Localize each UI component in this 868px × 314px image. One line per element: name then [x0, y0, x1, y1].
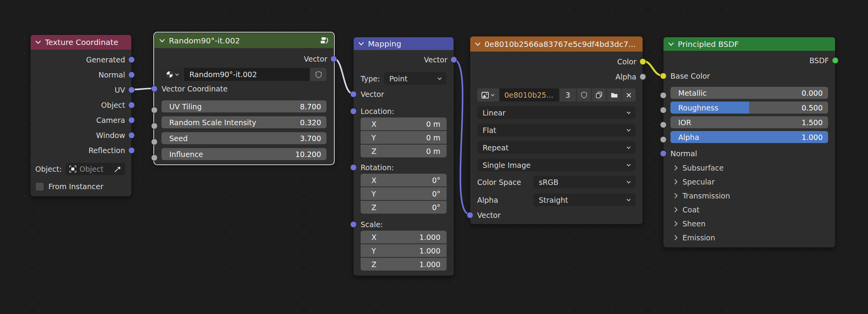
eyedropper-icon[interactable]: [114, 166, 121, 173]
socket-camera-output[interactable]: [128, 117, 135, 123]
fake-user-shield-button[interactable]: [577, 88, 591, 102]
rotation-x-field[interactable]: X0°: [361, 174, 447, 186]
output-row: Window: [31, 128, 131, 143]
chevron-down-icon: [491, 94, 495, 97]
socket-vector-coordinate-input[interactable]: [151, 86, 158, 92]
influence-slider[interactable]: Influence 10.200: [162, 148, 327, 160]
color-space-dropdown[interactable]: sRGB: [533, 176, 636, 188]
socket-uv-tiling-input[interactable]: [151, 107, 158, 114]
socket-object-output[interactable]: [128, 102, 135, 108]
node-editor-canvas[interactable]: Texture Coordinate Generated Normal UV O…: [0, 0, 868, 314]
socket-alpha-input[interactable]: [660, 136, 667, 143]
collapse-chevron-icon[interactable]: [475, 42, 481, 46]
location-xyz-stack: X0 m Y0 m Z0 m: [361, 117, 447, 157]
node-principled-bsdf[interactable]: Principled BSDF BSDF Base Color Metallic…: [663, 37, 835, 248]
socket-seed-input[interactable]: [151, 139, 158, 145]
nodetree-name-field[interactable]: Random90°-it.002: [184, 68, 309, 81]
section-coat[interactable]: Coat: [663, 203, 835, 217]
alpha-slider[interactable]: Alpha 1.000: [670, 131, 828, 143]
socket-uv-output[interactable]: [128, 86, 135, 93]
collapse-chevron-icon[interactable]: [358, 42, 364, 46]
image-icon: [481, 92, 489, 98]
location-x-field[interactable]: X0 m: [361, 117, 447, 130]
seed-slider[interactable]: Seed 3.700: [162, 132, 327, 144]
fake-user-shield-button[interactable]: [310, 68, 327, 81]
shield-icon: [581, 91, 587, 98]
from-instancer-checkbox[interactable]: [35, 182, 44, 191]
socket-vector-input[interactable]: [467, 212, 473, 218]
ior-slider[interactable]: IOR 1.500: [670, 116, 828, 128]
section-subsurface[interactable]: Subsurface: [663, 161, 835, 175]
image-users-count-button[interactable]: 3: [560, 88, 576, 102]
rotation-xyz-stack: X0° Y0° Z0°: [361, 174, 447, 214]
scale-y-field[interactable]: Y1.000: [361, 244, 447, 257]
output-row: Generated: [31, 52, 131, 67]
output-row: Color: [470, 54, 643, 69]
socket-base-color-input[interactable]: [660, 73, 667, 79]
socket-color-output[interactable]: [639, 58, 646, 65]
metallic-slider[interactable]: Metallic 0.000: [670, 87, 828, 99]
scale-z-field[interactable]: Z1.000: [361, 258, 447, 271]
unlink-button[interactable]: [622, 88, 636, 102]
socket-window-output[interactable]: [128, 132, 135, 138]
socket-location-input[interactable]: [350, 108, 357, 115]
socket-vector-input[interactable]: [350, 91, 357, 97]
node-header[interactable]: Random90°-it.002: [155, 33, 333, 48]
projection-dropdown[interactable]: Flat: [477, 124, 636, 136]
node-group-edit-icon[interactable]: [320, 36, 329, 45]
socket-influence-input[interactable]: [151, 155, 158, 161]
node-header[interactable]: Mapping: [354, 37, 454, 50]
socket-metallic-input[interactable]: [660, 92, 667, 99]
rotation-z-field[interactable]: Z0°: [361, 201, 447, 214]
socket-reflection-output[interactable]: [128, 147, 135, 154]
section-transmission[interactable]: Transmission: [663, 189, 835, 203]
source-dropdown[interactable]: Single Image: [477, 159, 636, 171]
node-mapping[interactable]: Mapping Vector Type: Point Vector Locati…: [353, 37, 454, 276]
socket-roughness-input[interactable]: [660, 107, 667, 114]
scale-x-field[interactable]: X1.000: [361, 231, 447, 243]
socket-normal-input[interactable]: [660, 150, 667, 157]
node-header[interactable]: Principled BSDF: [663, 37, 835, 51]
collapse-chevron-icon[interactable]: [35, 40, 41, 44]
uv-tiling-slider[interactable]: UV Tiling 8.700: [162, 100, 327, 112]
socket-ior-input[interactable]: [660, 122, 667, 128]
location-z-field[interactable]: Z0 m: [361, 145, 447, 157]
alpha-mode-dropdown[interactable]: Straight: [533, 193, 636, 206]
node-group-random90[interactable]: Random90°-it.002 Vector: [154, 33, 334, 164]
socket-rotation-input[interactable]: [350, 164, 357, 171]
output-row: Vector: [354, 52, 454, 67]
duplicate-data-button[interactable]: [592, 88, 606, 102]
node-texture-coordinate[interactable]: Texture Coordinate Generated Normal UV O…: [30, 35, 132, 197]
socket-scale-input[interactable]: [350, 221, 357, 228]
section-specular[interactable]: Specular: [663, 175, 835, 189]
open-file-button[interactable]: [607, 88, 621, 102]
chevron-right-icon: [674, 165, 678, 171]
image-browse-button[interactable]: [477, 88, 499, 102]
interpolation-dropdown[interactable]: Linear: [477, 106, 636, 119]
section-sheen[interactable]: Sheen: [663, 217, 835, 231]
chevron-down-icon: [626, 129, 631, 132]
random-scale-intensity-slider[interactable]: Random Scale Intensity 0.320: [162, 116, 327, 128]
nodetree-browse-button[interactable]: [162, 68, 183, 81]
node-image-texture[interactable]: 0e8010b2566a83767e5c9df4bd3dc7... Color …: [470, 36, 643, 224]
socket-random-scale-intensity-input[interactable]: [151, 123, 158, 129]
socket-bsdf-output[interactable]: [832, 57, 839, 64]
rotation-y-field[interactable]: Y0°: [361, 187, 447, 200]
socket-normal-output[interactable]: [128, 71, 135, 78]
extension-dropdown[interactable]: Repeat: [477, 141, 636, 154]
output-row: UV: [31, 82, 131, 97]
roughness-slider[interactable]: Roughness 0.500: [670, 102, 828, 114]
collapse-chevron-icon[interactable]: [668, 42, 674, 46]
object-picker-field[interactable]: Object: [65, 163, 125, 175]
socket-vector-output[interactable]: [330, 55, 337, 62]
socket-alpha-output[interactable]: [639, 73, 646, 80]
socket-vector-output[interactable]: [450, 57, 457, 63]
section-emission[interactable]: Emission: [663, 231, 835, 245]
node-header[interactable]: 0e8010b2566a83767e5c9df4bd3dc7...: [470, 36, 643, 52]
socket-generated-output[interactable]: [128, 56, 135, 63]
image-name-field[interactable]: 0e8010b25...: [500, 88, 559, 102]
type-dropdown[interactable]: Point: [384, 72, 447, 85]
node-header[interactable]: Texture Coordinate: [31, 35, 131, 50]
collapse-chevron-icon[interactable]: [159, 39, 165, 43]
location-y-field[interactable]: Y0 m: [361, 131, 447, 144]
